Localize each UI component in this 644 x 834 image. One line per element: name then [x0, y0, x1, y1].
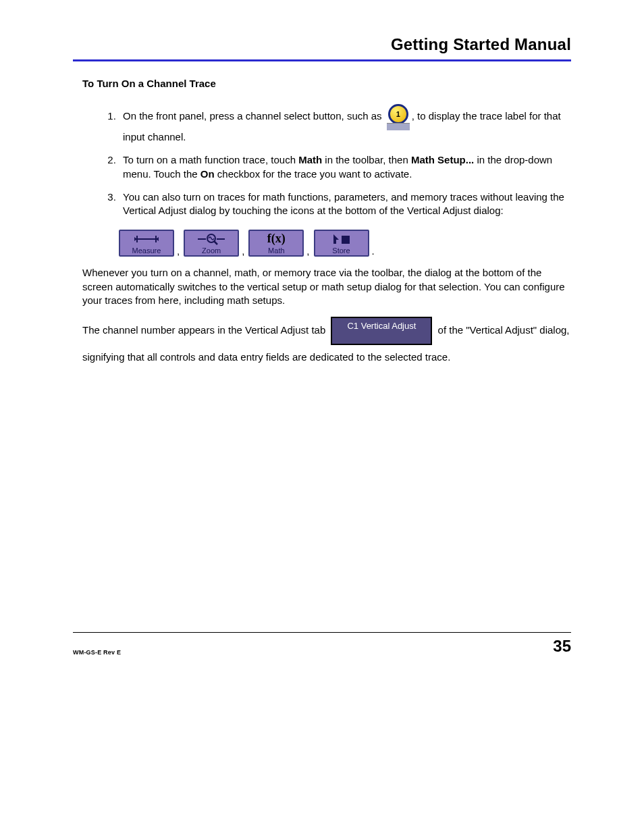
svg-line-6 [214, 241, 217, 244]
store-label: Store [332, 246, 350, 255]
zoom-icon [196, 231, 226, 246]
measure-icon [133, 231, 160, 246]
para2-a: The channel number appears in the Vertic… [82, 324, 328, 336]
step-2-text-a: To turn on a math function trace, touch [123, 154, 298, 165]
measure-button-img: Measure [119, 230, 174, 257]
vertical-adjust-tab-img: C1 Vertical Adjust [331, 317, 432, 345]
button-base-icon [387, 123, 410, 130]
comma: , [305, 245, 312, 257]
zoom-label: Zoom [202, 246, 221, 255]
math-fx-text: f(x) [267, 232, 286, 246]
step-3-text: You can also turn on traces for math fun… [123, 191, 564, 216]
comma: , [176, 245, 182, 257]
step-2: To turn on a math function trace, touch … [119, 153, 571, 181]
math-button-label: Math [268, 246, 284, 255]
channel-digit: 1 [388, 104, 408, 124]
period: . [371, 245, 377, 257]
store-button-img: Store [314, 230, 369, 257]
measure-label: Measure [132, 246, 161, 255]
step-3: You can also turn on traces for math fun… [119, 190, 571, 218]
math-button-img: f(x) Math [248, 230, 304, 257]
doc-revision: WM-GS-E Rev E [73, 649, 121, 656]
footer-rule [73, 632, 571, 633]
on-label: On [200, 168, 215, 180]
page-number: 35 [553, 637, 571, 656]
step-2-text-d: checkbox for the trace you want to activ… [215, 168, 412, 180]
math-setup-label: Math Setup... [411, 154, 474, 165]
math-label: Math [298, 154, 322, 165]
page-header-title: Getting Started Manual [73, 35, 571, 54]
step-1: On the front panel, press a channel sele… [119, 104, 571, 144]
math-fx-icon: f(x) [267, 231, 286, 246]
paragraph-vertical-adjust: The channel number appears in the Vertic… [82, 317, 571, 369]
store-icon [332, 231, 351, 246]
icon-button-row: Measure , Zoom , f(x) [119, 230, 571, 257]
section-title: To Turn On a Channel Trace [82, 78, 571, 89]
zoom-button-img: Zoom [184, 230, 239, 257]
paragraph-dialog-switch: Whenever you turn on a channel, math, or… [82, 266, 571, 307]
channel-select-button-img: 1 [386, 104, 410, 130]
step-1-text-a: On the front panel, press a channel sele… [123, 110, 385, 122]
step-2-text-b: in the toolbar, then [322, 154, 411, 165]
comma: , [240, 245, 247, 257]
